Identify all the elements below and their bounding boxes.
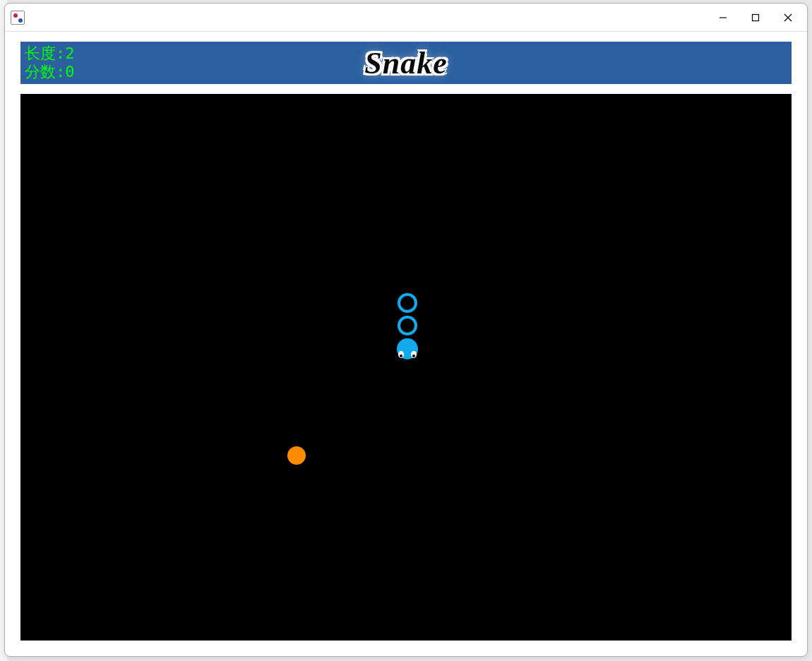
game-hud: 长度:2 分数:0 (25, 44, 75, 81)
game-header: 长度:2 分数:0 Snake (20, 42, 792, 84)
hud-score-row: 分数:0 (25, 63, 75, 81)
app-window: 长度:2 分数:0 Snake (4, 3, 808, 657)
game-title: Snake (364, 45, 447, 81)
close-button[interactable] (772, 6, 804, 29)
titlebar-left (11, 11, 29, 25)
hud-length-row: 长度:2 (25, 44, 75, 63)
snake-head (397, 338, 418, 359)
maximize-icon (751, 13, 760, 22)
hud-score-value: 0 (65, 63, 74, 81)
app-icon (11, 11, 25, 25)
minimize-button[interactable] (707, 6, 739, 29)
window-titlebar[interactable] (5, 4, 807, 32)
snake-eye-left (398, 351, 404, 358)
window-controls (707, 6, 804, 29)
snake-body-segment (398, 293, 417, 313)
content-area: 长度:2 分数:0 Snake (5, 32, 807, 656)
svg-rect-1 (753, 14, 759, 20)
hud-length-value: 2 (65, 44, 74, 62)
minimize-icon (719, 13, 727, 22)
maximize-button[interactable] (739, 6, 772, 29)
close-icon (784, 13, 792, 22)
hud-length-label: 长度: (25, 44, 65, 62)
snake-eye-right (411, 351, 417, 358)
game-board[interactable] (20, 94, 792, 641)
food (287, 446, 306, 465)
hud-score-label: 分数: (25, 63, 65, 81)
snake-body-segment (398, 316, 417, 335)
